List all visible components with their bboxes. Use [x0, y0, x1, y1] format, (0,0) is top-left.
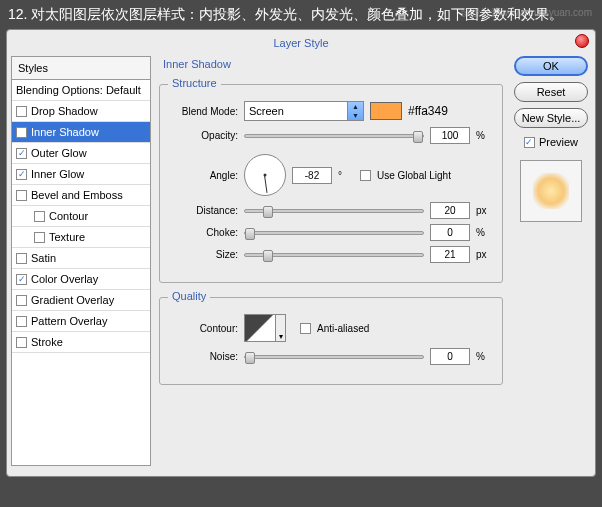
button-panel: OK Reset New Style... Preview [511, 56, 591, 466]
checkbox-icon[interactable] [34, 211, 45, 222]
global-light-label: Use Global Light [377, 170, 451, 181]
dialog-titlebar: Layer Style [11, 34, 591, 56]
checkbox-icon[interactable] [34, 232, 45, 243]
style-row-pattern-overlay[interactable]: Pattern Overlay [12, 311, 150, 332]
opacity-label: Opacity: [170, 130, 238, 141]
checkbox-icon[interactable] [16, 316, 27, 327]
style-row-outer-glow[interactable]: Outer Glow [12, 143, 150, 164]
size-label: Size: [170, 249, 238, 260]
angle-dial[interactable] [244, 154, 286, 196]
choke-unit: % [476, 227, 492, 238]
style-label: Contour [49, 210, 88, 222]
style-row-bevel-emboss[interactable]: Bevel and Emboss [12, 185, 150, 206]
style-row-satin[interactable]: Satin [12, 248, 150, 269]
styles-list-panel: Styles Blending Options: Default Drop Sh… [11, 56, 151, 466]
contour-swatch[interactable] [244, 314, 276, 342]
choke-label: Choke: [170, 227, 238, 238]
style-label: Outer Glow [31, 147, 87, 159]
reset-button[interactable]: Reset [514, 82, 588, 102]
anti-aliased-checkbox[interactable] [300, 323, 311, 334]
styles-header[interactable]: Styles [12, 57, 150, 80]
style-row-drop-shadow[interactable]: Drop Shadow [12, 101, 150, 122]
noise-input[interactable] [430, 348, 470, 365]
preview-thumbnail [520, 160, 582, 222]
watermark: 缘设计源 www.missyuan.com [461, 6, 592, 20]
checkbox-icon[interactable] [16, 127, 27, 138]
style-row-gradient-overlay[interactable]: Gradient Overlay [12, 290, 150, 311]
style-row-contour[interactable]: Contour [12, 206, 150, 227]
preview-checkbox[interactable] [524, 137, 535, 148]
dialog-title: Layer Style [273, 37, 328, 49]
style-label: Drop Shadow [31, 105, 98, 117]
checkbox-icon[interactable] [16, 190, 27, 201]
checkbox-icon[interactable] [16, 337, 27, 348]
size-unit: px [476, 249, 492, 260]
size-input[interactable] [430, 246, 470, 263]
layer-style-dialog: Layer Style Styles Blending Options: Def… [6, 29, 596, 477]
checkbox-icon[interactable] [16, 295, 27, 306]
select-stepper-icon[interactable]: ▲▼ [347, 102, 363, 120]
style-label: Stroke [31, 336, 63, 348]
style-row-texture[interactable]: Texture [12, 227, 150, 248]
ok-button[interactable]: OK [514, 56, 588, 76]
size-slider[interactable] [244, 253, 424, 257]
checkbox-icon[interactable] [16, 169, 27, 180]
distance-input[interactable] [430, 202, 470, 219]
style-row-inner-glow[interactable]: Inner Glow [12, 164, 150, 185]
color-swatch[interactable] [370, 102, 402, 120]
style-label: Texture [49, 231, 85, 243]
angle-input[interactable] [292, 167, 332, 184]
choke-slider[interactable] [244, 231, 424, 235]
style-label: Inner Shadow [31, 126, 99, 138]
style-label: Gradient Overlay [31, 294, 114, 306]
distance-slider[interactable] [244, 209, 424, 213]
blending-options-row[interactable]: Blending Options: Default [12, 80, 150, 101]
preview-glow-icon [533, 173, 569, 209]
settings-panel: Inner Shadow Structure Blend Mode: Scree… [159, 56, 503, 466]
blend-mode-select[interactable]: Screen ▲▼ [244, 101, 364, 121]
style-row-inner-shadow[interactable]: Inner Shadow [12, 122, 150, 143]
style-label: Color Overlay [31, 273, 98, 285]
global-light-checkbox[interactable] [360, 170, 371, 181]
color-hex: #ffa349 [408, 104, 448, 118]
style-label: Inner Glow [31, 168, 84, 180]
blend-mode-label: Blend Mode: [170, 106, 238, 117]
quality-group: Quality Contour: ▾ Anti-aliased Noise: % [159, 297, 503, 385]
noise-unit: % [476, 351, 492, 362]
checkbox-icon[interactable] [16, 148, 27, 159]
distance-label: Distance: [170, 205, 238, 216]
contour-dropdown-icon[interactable]: ▾ [276, 314, 286, 342]
close-icon[interactable] [575, 34, 589, 48]
effect-title: Inner Shadow [163, 58, 503, 70]
blend-mode-value: Screen [249, 105, 284, 117]
checkbox-icon[interactable] [16, 253, 27, 264]
contour-label: Contour: [170, 323, 238, 334]
preview-label: Preview [539, 136, 578, 148]
style-label: Pattern Overlay [31, 315, 107, 327]
blending-options-label: Blending Options: Default [16, 84, 141, 96]
style-row-stroke[interactable]: Stroke [12, 332, 150, 353]
anti-aliased-label: Anti-aliased [317, 323, 369, 334]
structure-group: Structure Blend Mode: Screen ▲▼ #ffa349 … [159, 84, 503, 283]
distance-unit: px [476, 205, 492, 216]
noise-slider[interactable] [244, 355, 424, 359]
opacity-unit: % [476, 130, 492, 141]
noise-label: Noise: [170, 351, 238, 362]
angle-unit: ° [338, 170, 354, 181]
opacity-input[interactable] [430, 127, 470, 144]
structure-legend: Structure [168, 77, 221, 89]
style-label: Satin [31, 252, 56, 264]
checkbox-icon[interactable] [16, 106, 27, 117]
style-label: Bevel and Emboss [31, 189, 123, 201]
checkbox-icon[interactable] [16, 274, 27, 285]
opacity-slider[interactable] [244, 134, 424, 138]
angle-label: Angle: [170, 170, 238, 181]
choke-input[interactable] [430, 224, 470, 241]
quality-legend: Quality [168, 290, 210, 302]
style-row-color-overlay[interactable]: Color Overlay [12, 269, 150, 290]
new-style-button[interactable]: New Style... [514, 108, 588, 128]
